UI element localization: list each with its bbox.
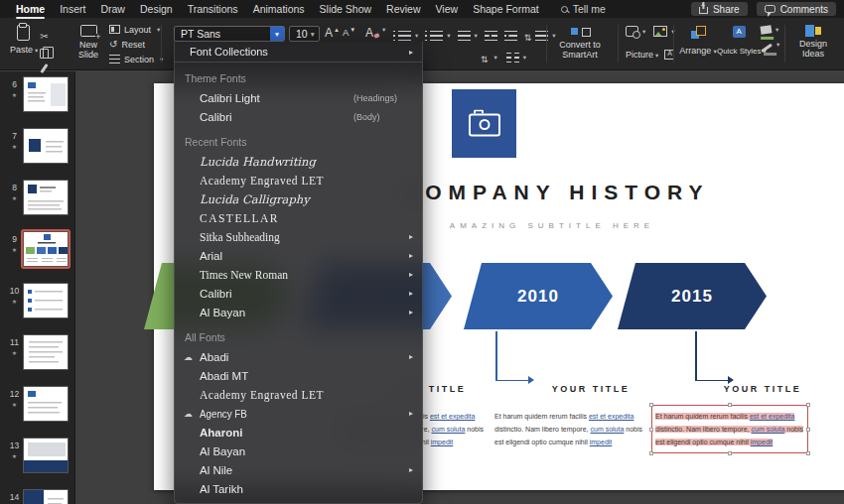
copy-icon[interactable] [40,49,49,59]
font-menu-item[interactable]: Lucida Handwriting [175,152,422,171]
shape-outline-button[interactable]: ▾ [761,41,779,49]
shape-fill-button[interactable]: ▾ [761,26,779,34]
font-size-combobox[interactable]: 10 ▼ [289,26,320,42]
timeline-elbow-arrow-2010[interactable] [495,331,537,387]
menu-tab-view[interactable]: View [436,3,459,15]
menu-tab-draw[interactable]: Draw [100,3,125,15]
timeline-item-title[interactable]: YOUR TITLE [541,384,640,394]
font-menu-item[interactable]: Calibri▸ [175,284,422,303]
slide-thumbnail-8[interactable] [23,180,69,215]
cut-icon[interactable] [40,26,48,44]
menu-tab-transitions[interactable]: Transitions [188,3,238,15]
design-ideas-button[interactable]: Design Ideas [790,25,836,60]
font-menu-item[interactable]: Times New Roman▸ [175,265,422,284]
format-painter-icon[interactable] [40,63,48,73]
multilevel-list-button[interactable]: ▾ [458,27,478,45]
numbering-button[interactable]: ▾ [425,27,450,45]
insert-picture-button[interactable]: ▾ [653,26,674,37]
slide-thumbnail-7[interactable] [23,128,69,164]
section-button[interactable]: Section▾ [109,53,163,65]
slide-thumbnail-11[interactable] [23,334,69,370]
font-menu-item[interactable]: Lucida Calligraphy [175,189,422,208]
share-button[interactable]: Share [691,2,748,16]
timeline-elbow-arrow-2015[interactable] [695,331,737,387]
reset-button[interactable]: Reset [109,38,163,51]
font-collections-item[interactable]: Font Collections ▸ [175,42,422,63]
timeline-chevron-2010[interactable]: 2010 [464,263,613,329]
font-menu-item[interactable]: Academy Engraved LET [175,385,422,404]
decrease-indent-button[interactable] [485,27,497,45]
font-menu-item[interactable]: Calibri Light(Headings) [175,88,422,107]
comments-button[interactable]: Comments [757,2,836,16]
slide-thumbnail-10[interactable] [23,283,69,318]
design-ideas-icon [805,25,821,37]
quick-styles-button[interactable]: Quick Styles▾ [717,26,761,58]
columns-button[interactable]: ▾ [506,49,526,66]
insert-tools-bottom: Picture▾ [626,50,674,60]
camera-icon [469,113,500,136]
slide-title[interactable]: COMPANY HISTORY [403,181,701,204]
increase-indent-button[interactable] [504,27,517,45]
font-menu-item[interactable]: Academy Engraved LET [175,171,422,189]
timeline-item-title[interactable]: YOUR TITLE [713,384,812,394]
camera-placeholder-shape[interactable] [452,89,516,158]
font-menu-item[interactable]: ☁Abadi▸ [175,347,422,366]
menu-tab-shape-format[interactable]: Shape Format [473,3,539,15]
font-menu-item[interactable]: Al Nile▸ [175,460,422,479]
shapes-button[interactable]: ▾ [626,26,645,37]
font-name-combobox[interactable]: PT Sans ▼ [174,26,285,42]
font-menu-item[interactable]: Al Tarikh [175,479,422,498]
slide-thumbnail-9[interactable] [23,231,69,267]
slide-thumbnail-12[interactable] [23,386,69,422]
line-spacing-button[interactable]: ▾ [524,27,556,45]
menu-tab-insert[interactable]: Insert [60,3,85,15]
selection-handle-nw[interactable] [649,403,653,407]
menu-tab-design[interactable]: Design [140,3,173,15]
menu-tab-slide-show[interactable]: Slide Show [320,3,372,15]
font-menu-item[interactable]: Arial▸ [175,246,422,265]
paste-button[interactable]: Paste▾ [10,25,36,55]
slide-thumbnail-13[interactable] [23,438,69,473]
tell-me[interactable]: Tell me [561,3,606,15]
layout-button[interactable]: Layout▾ [109,23,163,36]
selection-handle-ne[interactable] [806,403,810,407]
menu-tab-animations[interactable]: Animations [253,3,305,15]
clear-formatting-button[interactable]: A▾ [365,26,385,40]
timeline-body-text[interactable]: Et harum quidem rerum facilis est et exp… [494,410,651,448]
selection-handle-e[interactable] [806,428,810,432]
menu-tab-home[interactable]: Home [16,3,45,15]
font-menu-item[interactable]: Aldhabi [175,498,422,504]
timeline-body-text-selected[interactable]: Et harum quidem rerum facilis est et exp… [651,405,808,453]
selection-handle-w[interactable] [649,428,653,432]
slide-thumbnail-6[interactable] [23,76,69,112]
font-menu-item[interactable]: Al Bayan [175,441,422,460]
new-slide-button[interactable]: New Slide [71,25,105,61]
font-menu-item[interactable]: Abadi MT [175,366,422,385]
convert-to-smartart-button[interactable]: Convert to SmartArt [552,25,610,61]
slide-thumbnail-panel[interactable]: 6★7★8★9★10★11★12★13★14★ [0,71,75,504]
font-menu-item[interactable]: Aharoni [175,423,422,441]
eraser-icon [373,33,379,38]
picture-button[interactable]: Picture▾ [626,50,658,60]
font-dropdown-arrow[interactable]: ▼ [270,27,284,41]
font-menu-item[interactable]: CASTELLAR [175,208,422,227]
decrease-font-size-button[interactable]: A▼ [343,26,355,40]
selection-handle-s[interactable] [728,451,732,455]
slide-thumbnail-14[interactable] [23,489,69,504]
text-direction-button[interactable]: ▾ [481,49,497,66]
arrange-button[interactable]: Arrange▾ [679,26,717,58]
font-menu-item[interactable]: Sitka Subheading▸ [175,227,422,246]
slide-meta: 13★ [6,438,23,487]
font-menu-item[interactable]: Calibri(Body) [175,107,422,126]
selection-handle-sw[interactable] [649,451,653,455]
font-menu-item[interactable]: ☁Agency FB▸ [175,404,422,423]
timeline-chevron-2015[interactable]: 2015 [618,263,767,329]
slide-subtitle[interactable]: AMAZING SUBTITLE HERE [403,221,701,230]
selection-handle-n[interactable] [728,403,732,407]
increase-font-size-button[interactable]: A▲ [325,26,340,40]
menu-tab-review[interactable]: Review [386,3,420,15]
selection-handle-se[interactable] [806,451,810,455]
layout-label: Layout [124,25,151,35]
menu-bar: HomeInsertDrawDesignTransitionsAnimation… [0,0,844,18]
font-menu-item[interactable]: Al Bayan▸ [175,303,422,321]
